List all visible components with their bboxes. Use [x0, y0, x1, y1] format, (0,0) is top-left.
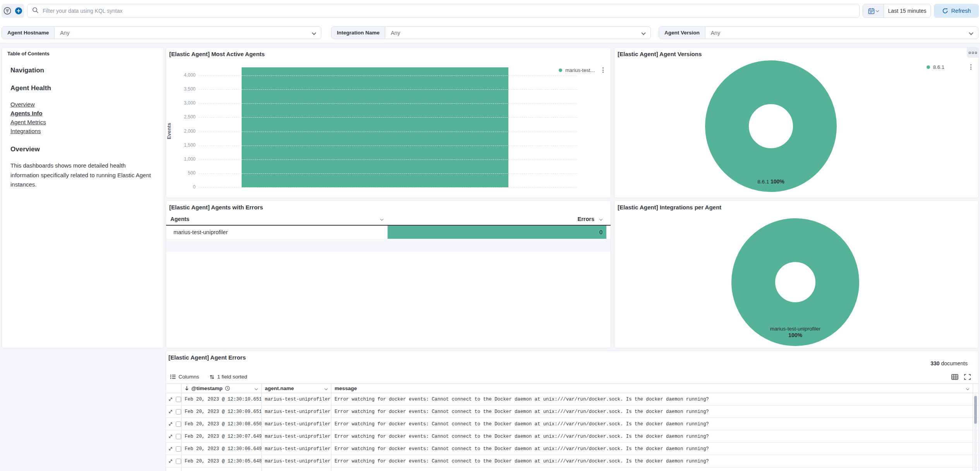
refresh-button[interactable]: Refresh [934, 4, 979, 18]
cell-agent[interactable]: marius-test-uniprofiler [262, 418, 331, 430]
cell-agent[interactable]: marius-test-uniprofiler [262, 443, 331, 455]
panel-title: Table of Contents [7, 51, 158, 57]
cell-agent[interactable]: marius-test-uniprofiler [262, 430, 331, 442]
filter-value-dropdown[interactable]: Any [385, 27, 642, 39]
legend-item-label[interactable]: 8.6.1 [933, 64, 944, 70]
cell-timestamp[interactable]: Feb 20, 2023 @ 12:30:07.649 [182, 430, 262, 442]
toc-description: This dashboards shows more detailed heal… [10, 161, 154, 190]
toc-link[interactable]: Agent Metrics [10, 118, 158, 127]
cell-timestamp[interactable]: Feb 20, 2023 @ 12:30:08.650 [182, 418, 262, 430]
cell-agent[interactable]: marius-test-uniprofiler [262, 393, 331, 405]
cell-agent[interactable]: marius-test-uniprofiler [262, 468, 331, 471]
search-icon [32, 7, 39, 15]
expand-row-icon[interactable] [168, 434, 173, 439]
cell-timestamp[interactable]: Feb 20, 2023 @ 12:30:06.649 [182, 443, 262, 455]
toc-heading-overview: Overview [10, 146, 158, 153]
toc-link[interactable]: Agents Info [10, 109, 158, 118]
donut-slice-label: 8.6.1 100% [732, 178, 810, 185]
cell-timestamp[interactable]: Feb 20, 2023 @ 12:30:10.651 [182, 393, 262, 405]
filter-value-dropdown[interactable]: Any [55, 27, 312, 39]
time-picker-calendar-button[interactable] [863, 4, 884, 17]
chevron-down-icon[interactable] [599, 218, 602, 221]
grid-vertical-scrollbar[interactable] [974, 394, 977, 471]
columns-button[interactable]: Columns [170, 374, 199, 380]
expand-row-icon[interactable] [168, 459, 173, 464]
table-cell-agent[interactable]: marius-test-uniprofiler [173, 226, 228, 239]
gridline [199, 187, 577, 188]
row-checkbox[interactable] [176, 397, 181, 402]
chart-legend: 8.6.1 [927, 63, 973, 71]
cell-message[interactable]: Error watching for docker events: Cannot… [331, 468, 973, 471]
sort-fields-button[interactable]: 1 field sorted [209, 374, 247, 380]
toc-link[interactable]: Integrations [10, 127, 158, 135]
cell-agent[interactable]: marius-test-uniprofiler [262, 406, 331, 418]
donut-chart-agent-versions[interactable] [705, 60, 837, 192]
chevron-down-icon[interactable] [380, 218, 383, 221]
cell-timestamp[interactable]: Feb 20, 2023 @ 12:30:09.651 [182, 406, 262, 418]
legend-color-dot [927, 65, 930, 69]
row-controls [166, 418, 182, 430]
table-cell-errors-bar[interactable]: 0 [388, 226, 606, 239]
panel-title: [Elastic Agent] Agent Errors [168, 354, 246, 361]
cell-message[interactable]: Error watching for docker events: Cannot… [331, 418, 973, 430]
panel-agents-with-errors: [Elastic Agent] Agents with Errors Agent… [166, 200, 611, 348]
kebab-menu-icon[interactable] [969, 63, 973, 71]
panel-most-active-agents: [Elastic Agent] Most Active Agents Event… [166, 47, 611, 198]
cell-message[interactable]: Error watching for docker events: Cannot… [331, 393, 973, 405]
panel-integrations-per-agent: [Elastic Agent] Integrations per Agent m… [614, 200, 979, 348]
expand-row-icon[interactable] [168, 409, 173, 414]
toc-links: OverviewAgents InfoAgent MetricsIntegrat… [10, 100, 158, 135]
cell-agent[interactable]: marius-test-uniprofiler [262, 455, 331, 467]
row-checkbox[interactable] [176, 421, 181, 427]
time-range-value[interactable]: Last 15 minutes [884, 4, 930, 17]
legend-item-label[interactable]: marius-test… [565, 67, 595, 73]
grid-toolbar: Columns 1 field sorted [166, 373, 978, 383]
chevron-down-icon[interactable] [255, 387, 258, 390]
bar-series[interactable] [242, 67, 508, 187]
expand-row-icon[interactable] [168, 421, 173, 426]
toc-link[interactable]: Overview [10, 100, 158, 109]
row-checkbox[interactable] [176, 434, 181, 439]
row-checkbox[interactable] [176, 409, 181, 414]
panel-options-icon[interactable] [967, 48, 978, 58]
column-header-agents[interactable]: Agents [170, 216, 189, 222]
y-axis-tick-label: 1,500 [172, 142, 196, 148]
y-axis-tick-label: 4,000 [172, 72, 196, 78]
grid-header-message[interactable]: message [331, 384, 973, 393]
chevron-down-icon[interactable] [324, 387, 328, 390]
gridline [199, 146, 577, 146]
saved-query-icon[interactable] [2, 6, 12, 16]
fullscreen-icon[interactable] [964, 374, 971, 382]
density-icon[interactable] [951, 374, 958, 382]
chevron-down-icon[interactable] [966, 387, 969, 390]
table-zebra-stripe [166, 239, 611, 252]
expand-row-icon[interactable] [168, 397, 173, 402]
chart-legend: marius-test… [559, 66, 605, 74]
cell-message[interactable]: Error watching for docker events: Cannot… [331, 443, 973, 455]
kebab-menu-icon[interactable] [601, 66, 605, 74]
add-filter-icon[interactable] [14, 6, 24, 16]
filter-agent-version: Agent Version Any [659, 26, 978, 39]
kql-search-input[interactable] [43, 8, 855, 14]
cell-message[interactable]: Error watching for docker events: Cannot… [331, 455, 973, 467]
y-axis-tick-label: 2,500 [172, 114, 196, 120]
refresh-icon [942, 8, 948, 14]
grid-header-agent-name[interactable]: agent.name [262, 384, 331, 393]
column-header-errors[interactable]: Errors [577, 216, 594, 222]
filter-value-dropdown[interactable]: Any [705, 27, 970, 39]
grid-header-timestamp[interactable]: @timestamp [182, 384, 262, 393]
row-checkbox[interactable] [176, 459, 181, 464]
cell-message[interactable]: Error watching for docker events: Cannot… [331, 406, 973, 418]
row-controls [166, 406, 182, 418]
cell-timestamp[interactable]: Feb 20, 2023 @ 12:30:05.648 [182, 455, 262, 467]
toc-heading-navigation: Navigation [10, 67, 158, 74]
expand-row-icon[interactable] [168, 446, 173, 451]
gridline [199, 89, 577, 90]
cell-message[interactable]: Error watching for docker events: Cannot… [331, 430, 973, 442]
cell-timestamp[interactable]: Feb 20, 2023 @ 12:30:04.647 [182, 468, 262, 471]
row-checkbox[interactable] [176, 446, 181, 452]
scrollbar-thumb[interactable] [974, 396, 977, 424]
filter-label: Integration Name [331, 27, 385, 39]
dashboard-controls-bar: Agent Hostname Any Integration Name Any … [0, 22, 980, 43]
bar-chart-plot: Events 05001,0001,5002,0002,5003,0003,50… [166, 48, 611, 198]
